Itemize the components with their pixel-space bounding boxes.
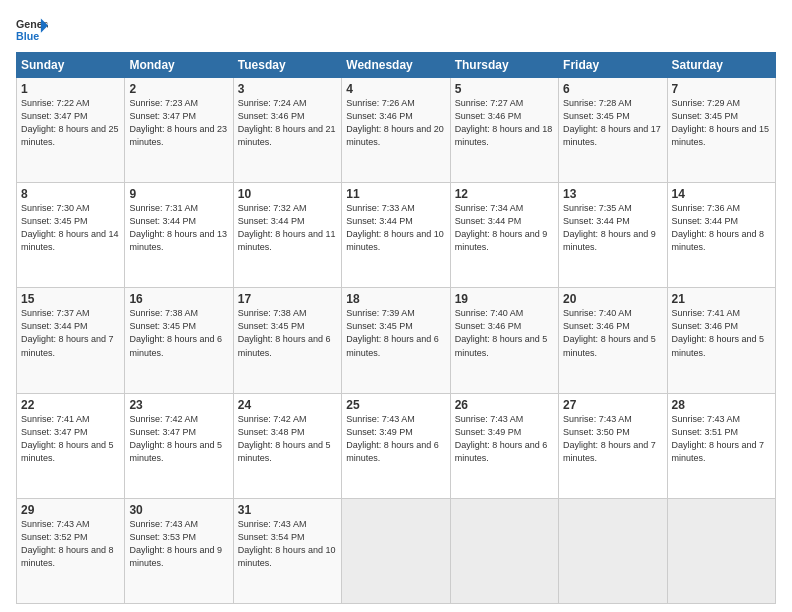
- calendar-cell: 26Sunrise: 7:43 AMSunset: 3:49 PMDayligh…: [450, 393, 558, 498]
- day-number: 24: [238, 398, 337, 412]
- day-info: Sunrise: 7:23 AMSunset: 3:47 PMDaylight:…: [129, 97, 228, 149]
- day-number: 21: [672, 292, 771, 306]
- day-info: Sunrise: 7:27 AMSunset: 3:46 PMDaylight:…: [455, 97, 554, 149]
- calendar-cell: 19Sunrise: 7:40 AMSunset: 3:46 PMDayligh…: [450, 288, 558, 393]
- day-number: 26: [455, 398, 554, 412]
- day-number: 15: [21, 292, 120, 306]
- day-info: Sunrise: 7:29 AMSunset: 3:45 PMDaylight:…: [672, 97, 771, 149]
- calendar-cell: 8Sunrise: 7:30 AMSunset: 3:45 PMDaylight…: [17, 183, 125, 288]
- calendar-week-4: 22Sunrise: 7:41 AMSunset: 3:47 PMDayligh…: [17, 393, 776, 498]
- calendar-cell: 3Sunrise: 7:24 AMSunset: 3:46 PMDaylight…: [233, 78, 341, 183]
- calendar-cell: 25Sunrise: 7:43 AMSunset: 3:49 PMDayligh…: [342, 393, 450, 498]
- calendar-cell: 12Sunrise: 7:34 AMSunset: 3:44 PMDayligh…: [450, 183, 558, 288]
- day-info: Sunrise: 7:39 AMSunset: 3:45 PMDaylight:…: [346, 307, 445, 359]
- calendar-cell: [342, 498, 450, 603]
- day-info: Sunrise: 7:41 AMSunset: 3:46 PMDaylight:…: [672, 307, 771, 359]
- day-number: 25: [346, 398, 445, 412]
- svg-text:Blue: Blue: [16, 30, 39, 42]
- calendar-header-row: SundayMondayTuesdayWednesdayThursdayFrid…: [17, 53, 776, 78]
- calendar-cell: 11Sunrise: 7:33 AMSunset: 3:44 PMDayligh…: [342, 183, 450, 288]
- calendar-cell: 28Sunrise: 7:43 AMSunset: 3:51 PMDayligh…: [667, 393, 775, 498]
- day-number: 8: [21, 187, 120, 201]
- day-info: Sunrise: 7:43 AMSunset: 3:53 PMDaylight:…: [129, 518, 228, 570]
- day-info: Sunrise: 7:41 AMSunset: 3:47 PMDaylight:…: [21, 413, 120, 465]
- calendar-cell: 30Sunrise: 7:43 AMSunset: 3:53 PMDayligh…: [125, 498, 233, 603]
- day-info: Sunrise: 7:36 AMSunset: 3:44 PMDaylight:…: [672, 202, 771, 254]
- header-day-monday: Monday: [125, 53, 233, 78]
- day-info: Sunrise: 7:33 AMSunset: 3:44 PMDaylight:…: [346, 202, 445, 254]
- calendar-cell: 21Sunrise: 7:41 AMSunset: 3:46 PMDayligh…: [667, 288, 775, 393]
- day-info: Sunrise: 7:26 AMSunset: 3:46 PMDaylight:…: [346, 97, 445, 149]
- day-number: 5: [455, 82, 554, 96]
- day-info: Sunrise: 7:43 AMSunset: 3:51 PMDaylight:…: [672, 413, 771, 465]
- calendar-cell: 22Sunrise: 7:41 AMSunset: 3:47 PMDayligh…: [17, 393, 125, 498]
- day-number: 14: [672, 187, 771, 201]
- day-info: Sunrise: 7:43 AMSunset: 3:54 PMDaylight:…: [238, 518, 337, 570]
- day-info: Sunrise: 7:28 AMSunset: 3:45 PMDaylight:…: [563, 97, 662, 149]
- calendar-cell: 23Sunrise: 7:42 AMSunset: 3:47 PMDayligh…: [125, 393, 233, 498]
- calendar-cell: 14Sunrise: 7:36 AMSunset: 3:44 PMDayligh…: [667, 183, 775, 288]
- day-number: 19: [455, 292, 554, 306]
- day-info: Sunrise: 7:43 AMSunset: 3:49 PMDaylight:…: [346, 413, 445, 465]
- day-info: Sunrise: 7:31 AMSunset: 3:44 PMDaylight:…: [129, 202, 228, 254]
- day-info: Sunrise: 7:34 AMSunset: 3:44 PMDaylight:…: [455, 202, 554, 254]
- calendar-cell: 17Sunrise: 7:38 AMSunset: 3:45 PMDayligh…: [233, 288, 341, 393]
- day-info: Sunrise: 7:42 AMSunset: 3:48 PMDaylight:…: [238, 413, 337, 465]
- day-number: 1: [21, 82, 120, 96]
- calendar-cell: 27Sunrise: 7:43 AMSunset: 3:50 PMDayligh…: [559, 393, 667, 498]
- day-number: 22: [21, 398, 120, 412]
- day-number: 7: [672, 82, 771, 96]
- day-number: 27: [563, 398, 662, 412]
- day-number: 28: [672, 398, 771, 412]
- day-info: Sunrise: 7:43 AMSunset: 3:50 PMDaylight:…: [563, 413, 662, 465]
- day-number: 18: [346, 292, 445, 306]
- day-number: 16: [129, 292, 228, 306]
- day-number: 31: [238, 503, 337, 517]
- logo-icon: General Blue: [16, 16, 48, 44]
- day-number: 2: [129, 82, 228, 96]
- day-info: Sunrise: 7:43 AMSunset: 3:49 PMDaylight:…: [455, 413, 554, 465]
- page: General Blue SundayMondayTuesdayWednesda…: [0, 0, 792, 612]
- calendar-cell: 29Sunrise: 7:43 AMSunset: 3:52 PMDayligh…: [17, 498, 125, 603]
- calendar-cell: 31Sunrise: 7:43 AMSunset: 3:54 PMDayligh…: [233, 498, 341, 603]
- calendar-week-2: 8Sunrise: 7:30 AMSunset: 3:45 PMDaylight…: [17, 183, 776, 288]
- day-number: 13: [563, 187, 662, 201]
- day-info: Sunrise: 7:42 AMSunset: 3:47 PMDaylight:…: [129, 413, 228, 465]
- calendar-cell: 13Sunrise: 7:35 AMSunset: 3:44 PMDayligh…: [559, 183, 667, 288]
- day-number: 12: [455, 187, 554, 201]
- day-number: 4: [346, 82, 445, 96]
- calendar-cell: 16Sunrise: 7:38 AMSunset: 3:45 PMDayligh…: [125, 288, 233, 393]
- calendar-cell: 5Sunrise: 7:27 AMSunset: 3:46 PMDaylight…: [450, 78, 558, 183]
- calendar-week-3: 15Sunrise: 7:37 AMSunset: 3:44 PMDayligh…: [17, 288, 776, 393]
- header: General Blue: [16, 16, 776, 44]
- header-day-sunday: Sunday: [17, 53, 125, 78]
- calendar-cell: 2Sunrise: 7:23 AMSunset: 3:47 PMDaylight…: [125, 78, 233, 183]
- day-info: Sunrise: 7:38 AMSunset: 3:45 PMDaylight:…: [238, 307, 337, 359]
- calendar-cell: 1Sunrise: 7:22 AMSunset: 3:47 PMDaylight…: [17, 78, 125, 183]
- day-info: Sunrise: 7:24 AMSunset: 3:46 PMDaylight:…: [238, 97, 337, 149]
- day-number: 3: [238, 82, 337, 96]
- header-day-friday: Friday: [559, 53, 667, 78]
- day-info: Sunrise: 7:43 AMSunset: 3:52 PMDaylight:…: [21, 518, 120, 570]
- day-info: Sunrise: 7:40 AMSunset: 3:46 PMDaylight:…: [563, 307, 662, 359]
- calendar-cell: 20Sunrise: 7:40 AMSunset: 3:46 PMDayligh…: [559, 288, 667, 393]
- day-number: 20: [563, 292, 662, 306]
- day-number: 10: [238, 187, 337, 201]
- calendar-cell: 9Sunrise: 7:31 AMSunset: 3:44 PMDaylight…: [125, 183, 233, 288]
- day-info: Sunrise: 7:32 AMSunset: 3:44 PMDaylight:…: [238, 202, 337, 254]
- calendar-cell: 18Sunrise: 7:39 AMSunset: 3:45 PMDayligh…: [342, 288, 450, 393]
- logo: General Blue: [16, 16, 48, 44]
- calendar-cell: [667, 498, 775, 603]
- calendar-cell: [450, 498, 558, 603]
- day-info: Sunrise: 7:38 AMSunset: 3:45 PMDaylight:…: [129, 307, 228, 359]
- calendar-table: SundayMondayTuesdayWednesdayThursdayFrid…: [16, 52, 776, 604]
- day-number: 11: [346, 187, 445, 201]
- day-number: 29: [21, 503, 120, 517]
- header-day-saturday: Saturday: [667, 53, 775, 78]
- header-day-wednesday: Wednesday: [342, 53, 450, 78]
- calendar-cell: 6Sunrise: 7:28 AMSunset: 3:45 PMDaylight…: [559, 78, 667, 183]
- calendar-cell: 24Sunrise: 7:42 AMSunset: 3:48 PMDayligh…: [233, 393, 341, 498]
- calendar-cell: [559, 498, 667, 603]
- day-number: 30: [129, 503, 228, 517]
- calendar-cell: 15Sunrise: 7:37 AMSunset: 3:44 PMDayligh…: [17, 288, 125, 393]
